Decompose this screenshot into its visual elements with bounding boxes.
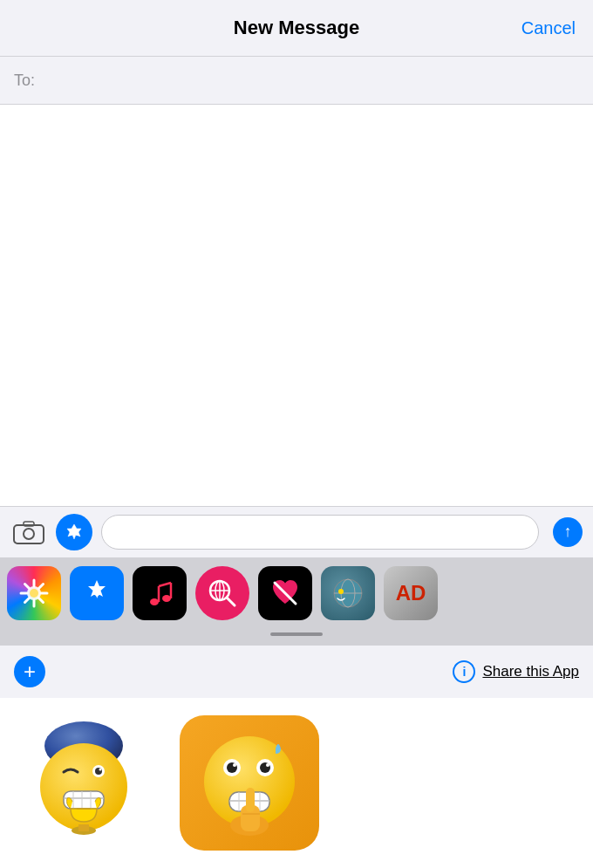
share-app-label[interactable]: Share this App bbox=[482, 663, 579, 680]
svg-line-10 bbox=[25, 584, 30, 589]
svg-text:✦: ✦ bbox=[92, 589, 101, 601]
svg-point-35 bbox=[99, 768, 102, 770]
app-icon-music[interactable] bbox=[133, 566, 187, 620]
svg-point-5 bbox=[30, 589, 38, 598]
add-button[interactable]: + bbox=[14, 656, 45, 687]
send-button[interactable]: ↑ bbox=[553, 517, 583, 547]
svg-line-13 bbox=[25, 598, 30, 603]
info-icon: i bbox=[453, 660, 475, 683]
svg-rect-42 bbox=[78, 824, 89, 831]
svg-point-16 bbox=[162, 595, 171, 602]
recipient-input[interactable] bbox=[42, 72, 579, 90]
stickers-area bbox=[0, 698, 593, 868]
svg-rect-58 bbox=[246, 788, 255, 812]
cancel-button[interactable]: Cancel bbox=[521, 18, 576, 38]
svg-point-15 bbox=[150, 598, 159, 605]
svg-rect-2 bbox=[24, 522, 34, 526]
bottom-bar: + i Share this App bbox=[0, 645, 593, 698]
appstore-small-button[interactable]: A bbox=[56, 514, 92, 550]
svg-line-19 bbox=[159, 583, 171, 586]
svg-line-11 bbox=[39, 598, 44, 603]
to-field: To: bbox=[0, 57, 593, 105]
svg-text:A: A bbox=[70, 525, 78, 538]
app-icon-websearch[interactable] bbox=[195, 566, 249, 620]
app-icon-appstore[interactable]: ✦ bbox=[70, 566, 124, 620]
svg-line-24 bbox=[227, 598, 235, 605]
app-icon-globe[interactable] bbox=[321, 566, 375, 620]
svg-point-1 bbox=[24, 529, 34, 539]
svg-point-50 bbox=[266, 763, 269, 767]
to-label: To: bbox=[14, 72, 35, 90]
sticker-winking-trophy[interactable] bbox=[14, 715, 153, 855]
header: New Message Cancel bbox=[0, 0, 593, 57]
svg-text:AD: AD bbox=[396, 581, 426, 605]
scroll-indicator-bar bbox=[0, 625, 593, 645]
send-icon: ↑ bbox=[564, 523, 572, 539]
svg-point-47 bbox=[233, 763, 236, 767]
plus-icon: + bbox=[24, 661, 36, 682]
input-toolbar: A ↑ bbox=[0, 506, 593, 557]
app-icon-photos[interactable] bbox=[7, 566, 61, 620]
page-title: New Message bbox=[234, 17, 359, 39]
app-strip: ✦ bbox=[0, 557, 593, 625]
app-icon-heart[interactable] bbox=[258, 566, 312, 620]
share-app-button[interactable]: i Share this App bbox=[453, 660, 579, 683]
message-input[interactable] bbox=[114, 524, 526, 540]
svg-line-12 bbox=[39, 584, 44, 589]
scroll-indicator bbox=[270, 632, 323, 636]
camera-button[interactable] bbox=[10, 514, 47, 550]
app-icon-ad[interactable]: AD bbox=[384, 566, 438, 620]
message-body bbox=[0, 105, 593, 506]
message-input-wrapper bbox=[101, 515, 539, 550]
sticker-scared-hush[interactable] bbox=[180, 715, 319, 851]
svg-point-29 bbox=[338, 589, 344, 594]
